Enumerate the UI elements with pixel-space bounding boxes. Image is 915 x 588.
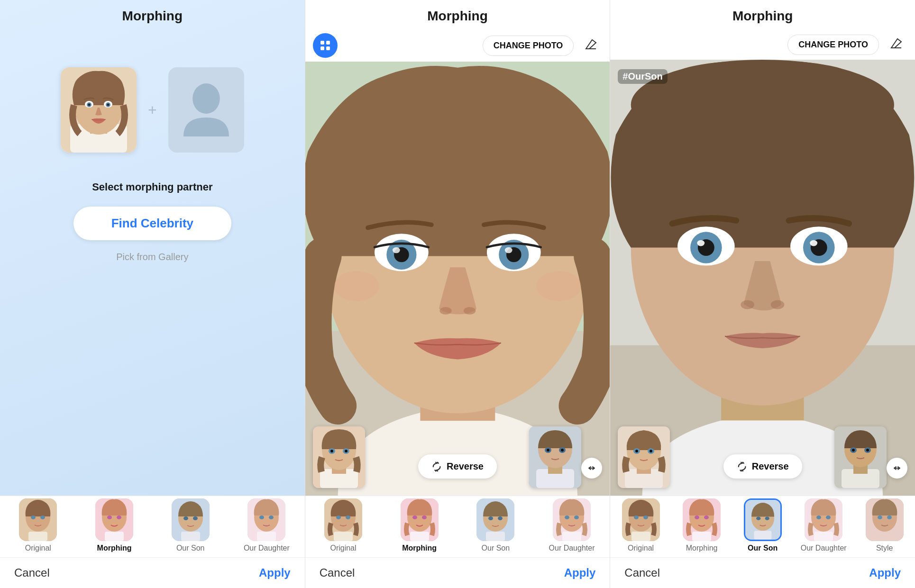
- panel3-tab-thumb-morph: [683, 498, 721, 541]
- panel3-thumb-right[interactable]: [834, 426, 887, 488]
- svg-point-51: [334, 271, 379, 301]
- panel3-tab-svg-morph: [683, 498, 721, 541]
- tab-original[interactable]: Original: [0, 496, 76, 557]
- panel1-bottom-bar: Cancel Apply: [0, 557, 305, 588]
- grid-icon-button[interactable]: [313, 33, 338, 58]
- panel2-tab-our-son[interactable]: Our Son: [458, 496, 534, 557]
- panel3-reverse-label: Reverse: [752, 461, 789, 472]
- tab-face-svg-morph: [95, 498, 133, 541]
- panel2-tab-label-son: Our Son: [482, 544, 510, 552]
- panel2-thumb-left-svg: [313, 426, 365, 488]
- panel3-tab-our-son[interactable]: Our Son: [732, 496, 793, 557]
- svg-point-104: [771, 300, 785, 309]
- svg-point-9: [88, 104, 90, 106]
- svg-rect-16: [28, 532, 47, 541]
- panel2-toolbar: CHANGE PHOTO: [305, 29, 610, 62]
- find-celebrity-button[interactable]: Find Celebrity: [73, 207, 231, 240]
- panel3-expand-button[interactable]: [887, 458, 907, 479]
- panel2-tab-thumb-original: [324, 498, 362, 541]
- panel2-tab-label-morphing: Morphing: [402, 544, 437, 552]
- svg-point-123: [634, 516, 639, 519]
- partner-photo-placeholder[interactable]: [168, 67, 244, 153]
- panel3-tab-style[interactable]: Style: [854, 496, 915, 557]
- panel2-tab-our-daughter[interactable]: Our Daughter: [534, 496, 610, 557]
- panel3-eraser-button[interactable]: [885, 33, 907, 56]
- svg-rect-31: [257, 532, 276, 541]
- panel1-cancel-button[interactable]: Cancel: [14, 566, 50, 579]
- svg-point-102: [810, 240, 818, 246]
- svg-point-133: [756, 517, 760, 520]
- expand-icon: [587, 463, 596, 473]
- svg-point-59: [330, 450, 333, 452]
- source-photo[interactable]: [61, 67, 137, 153]
- panel3-thumb-left-svg: [618, 426, 670, 488]
- panel3-cancel-button[interactable]: Cancel: [624, 566, 660, 579]
- panel-1: Morphing: [0, 0, 305, 588]
- panel3-tab-original[interactable]: Original: [610, 496, 671, 557]
- svg-point-101: [697, 240, 705, 246]
- svg-rect-140: [814, 532, 833, 541]
- panel1-content: + Select morphing partner Find Celebrity…: [0, 29, 305, 496]
- panel2-tab-morphing[interactable]: Morphing: [381, 496, 458, 557]
- panel3-change-photo-button[interactable]: CHANGE PHOTO: [787, 35, 879, 55]
- panel2-cancel-button[interactable]: Cancel: [320, 566, 355, 579]
- panel2-tab-thumb-morph: [401, 498, 439, 541]
- panel3-tab-thumb-son: [744, 498, 782, 541]
- svg-point-129: [704, 516, 709, 519]
- panel2-eraser-button[interactable]: [579, 34, 602, 57]
- panel2-change-photo-button[interactable]: CHANGE PHOTO: [483, 36, 574, 56]
- panel2-tab-original[interactable]: Original: [305, 496, 382, 557]
- svg-point-76: [412, 516, 417, 519]
- panel2-reverse-button[interactable]: Reverse: [418, 454, 497, 479]
- svg-rect-88: [562, 532, 581, 541]
- panel2-thumb-right[interactable]: [529, 426, 581, 488]
- panel2-tabs: Original Morphing: [305, 496, 610, 557]
- panel3-reverse-button[interactable]: Reverse: [723, 454, 802, 479]
- svg-rect-33: [326, 41, 330, 45]
- svg-point-139: [826, 516, 831, 519]
- select-label: Select morphing partner: [92, 181, 212, 193]
- panel3-tab-our-daughter[interactable]: Our Daughter: [793, 496, 854, 557]
- panel3-tab-morphing[interactable]: Morphing: [671, 496, 732, 557]
- svg-point-25: [193, 516, 198, 520]
- svg-point-10: [107, 104, 109, 106]
- photo-row: +: [61, 67, 244, 153]
- svg-point-24: [183, 516, 188, 520]
- svg-point-128: [695, 516, 699, 519]
- panel2-tab-thumb-son: [476, 498, 514, 541]
- panel3-expand-icon: [892, 463, 902, 473]
- panel3-hashtag: #OurSon: [618, 69, 667, 84]
- tab-face-svg-daughter: [247, 498, 285, 541]
- tab-face-svg-original: [19, 498, 57, 541]
- panel3-title: Morphing: [610, 0, 915, 29]
- svg-point-71: [336, 516, 341, 519]
- panel2-title: Morphing: [305, 0, 610, 29]
- panel2-thumb-left[interactable]: [313, 426, 365, 488]
- tab-thumb-daughter: [247, 498, 285, 541]
- panel3-tab-svg-original: [622, 498, 660, 541]
- panel2-right-toolbar: CHANGE PHOTO: [483, 34, 603, 57]
- panel2-main-image: Reverse: [305, 62, 610, 496]
- svg-point-72: [346, 516, 350, 519]
- panel3-toolbar: CHANGE PHOTO: [610, 29, 915, 60]
- svg-point-119: [852, 449, 855, 452]
- panel2-apply-button[interactable]: Apply: [564, 566, 596, 579]
- panel3-eraser-icon: [889, 36, 903, 50]
- svg-point-120: [866, 449, 869, 452]
- svg-point-15: [40, 516, 45, 519]
- panel3-tab-label-daughter: Our Daughter: [801, 544, 847, 552]
- tab-our-daughter[interactable]: Our Daughter: [229, 496, 305, 557]
- pick-gallery-link[interactable]: Pick from Gallery: [116, 252, 188, 262]
- panel2-tab-svg-son: [476, 498, 514, 541]
- tab-our-son[interactable]: Our Son: [152, 496, 229, 557]
- svg-rect-26: [181, 532, 200, 541]
- panel1-apply-button[interactable]: Apply: [259, 566, 291, 579]
- svg-point-52: [536, 271, 581, 301]
- panel3-apply-button[interactable]: Apply: [869, 566, 901, 579]
- tab-morphing[interactable]: Morphing: [76, 496, 153, 557]
- reverse-icon: [431, 461, 442, 472]
- panel3-thumb-left[interactable]: [618, 426, 670, 488]
- svg-rect-32: [320, 41, 324, 45]
- panel3-tab-svg-son: [745, 500, 780, 540]
- tab-thumb-morph: [95, 498, 133, 541]
